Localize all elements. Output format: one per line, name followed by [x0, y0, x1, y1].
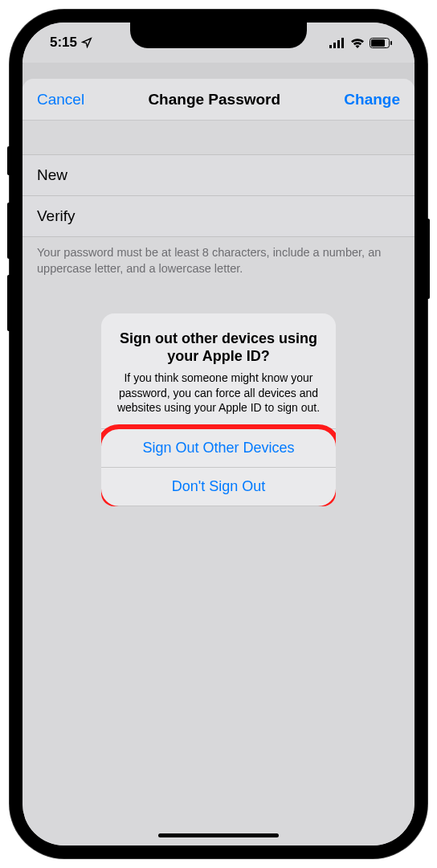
wifi-icon [350, 38, 365, 48]
alert-buttons: Sign Out Other Devices Don't Sign Out [101, 428, 336, 506]
alert-message: If you think someone might know your pas… [116, 371, 321, 416]
mute-switch [7, 146, 10, 175]
svg-rect-2 [337, 40, 340, 48]
svg-rect-1 [333, 43, 336, 48]
power-button [427, 219, 430, 299]
status-right [329, 38, 392, 48]
dont-sign-out-button[interactable]: Don't Sign Out [101, 468, 336, 506]
alert-title: Sign out other devices using your Apple … [116, 330, 321, 366]
screen: 5:15 Cancel Change Password [22, 23, 415, 845]
alert-overlay: Sign out other devices using your Apple … [22, 79, 415, 845]
svg-rect-5 [371, 39, 385, 47]
phone-frame: 5:15 Cancel Change Password [10, 10, 427, 858]
alert-body: Sign out other devices using your Apple … [101, 313, 336, 429]
home-indicator[interactable] [158, 833, 279, 837]
change-password-sheet: Cancel Change Password Change New Verify… [22, 79, 415, 845]
notch [130, 23, 307, 48]
volume-up [7, 203, 10, 259]
status-time: 5:15 [50, 35, 77, 51]
volume-down [7, 275, 10, 331]
status-left: 5:15 [50, 35, 92, 51]
svg-rect-0 [329, 45, 332, 48]
cellular-icon [329, 38, 345, 48]
sign-out-other-devices-button[interactable]: Sign Out Other Devices [101, 429, 336, 468]
svg-rect-3 [341, 38, 344, 48]
battery-icon [370, 38, 392, 48]
svg-rect-6 [390, 41, 392, 45]
signout-alert: Sign out other devices using your Apple … [101, 313, 336, 507]
location-icon [81, 37, 92, 48]
